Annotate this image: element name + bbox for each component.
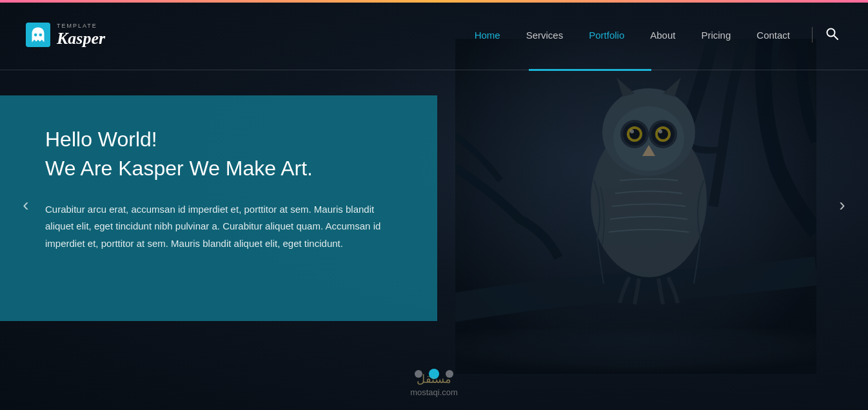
logo-template-label: TEMPLATE (57, 23, 105, 29)
hero-description: Curabitur arcu erat, accumsan id imperdi… (45, 201, 399, 252)
svg-line-22 (834, 35, 838, 39)
hero-subheadline: We Are Kasper We Make Art. (45, 157, 399, 181)
logo-text: TEMPLATE Kasper (57, 23, 105, 47)
nav-portfolio[interactable]: Portfolio (576, 23, 637, 47)
svg-point-20 (39, 34, 42, 37)
search-button[interactable] (822, 23, 842, 47)
carousel-prev-arrow[interactable]: ‹ (13, 192, 39, 218)
ghost-icon (26, 23, 50, 47)
main-nav: Home Services Portfolio About Pricing Co… (462, 23, 842, 47)
nav-pricing[interactable]: Pricing (688, 23, 744, 47)
header-bottom-border (0, 70, 868, 70)
portfolio-nav-underline (529, 69, 651, 71)
svg-point-10 (630, 130, 634, 133)
content-box: Hello World! We Are Kasper We Make Art. … (0, 95, 437, 321)
svg-point-15 (658, 130, 662, 133)
owl-illustration (455, 39, 816, 374)
nav-contact[interactable]: Contact (744, 23, 803, 47)
header: TEMPLATE Kasper Home Services Portfolio … (0, 0, 868, 70)
carousel-next-arrow[interactable]: › (829, 192, 855, 218)
nav-divider (812, 27, 813, 43)
logo: TEMPLATE Kasper (26, 23, 105, 47)
watermark-url: mostaqi.com (410, 387, 458, 397)
watermark-arabic-text: مستقل (417, 372, 451, 386)
nav-services[interactable]: Services (513, 23, 577, 47)
logo-name: Kasper (57, 30, 105, 47)
nav-home[interactable]: Home (462, 23, 513, 47)
nav-about[interactable]: About (637, 23, 688, 47)
hero-headline: Hello World! (45, 128, 399, 151)
svg-rect-17 (455, 329, 816, 374)
top-bar (0, 0, 868, 3)
watermark-icon: مستقل (410, 372, 458, 386)
watermark: مستقل mostaqi.com (410, 372, 458, 397)
svg-point-19 (34, 34, 37, 37)
